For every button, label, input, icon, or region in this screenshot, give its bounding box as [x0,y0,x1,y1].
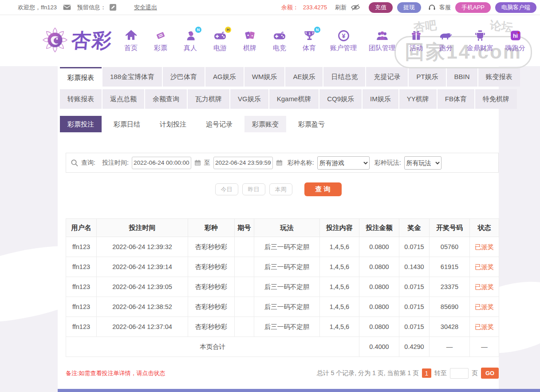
cell: 1,4,5,6 [320,317,359,337]
nav-item-跑分[interactable]: 跑分 [437,29,455,52]
nav-item-电竞[interactable]: 电竞 [271,29,288,52]
tab-PT娱乐[interactable]: PT娱乐 [409,67,445,87]
welcome-text: 欢迎您，ffn123 [18,4,57,12]
tab-CQ9娱乐[interactable]: CQ9娱乐 [319,89,362,109]
go-button[interactable]: GO [481,368,499,379]
recharge-button[interactable]: 充值 [369,2,393,13]
cell: 1,4,5,6 [320,297,359,317]
nav-item-电游[interactable]: H电游 [211,29,229,52]
cell: ffn123 [66,317,97,337]
tab-AG娱乐[interactable]: AG娱乐 [205,67,244,87]
status-cell[interactable]: 已派奖 [470,317,499,337]
status-cell[interactable]: 已派奖 [470,257,499,277]
tab-返点总额[interactable]: 返点总额 [102,89,144,109]
gift-icon [409,29,423,42]
envelope-icon[interactable] [63,4,71,10]
pagination: 总计 5 个记录, 分为 1 页, 当前第 1 页 1 转至 页 GO [317,368,499,379]
logout-link[interactable]: 安全退出 [134,4,157,12]
status-cell[interactable]: 已派奖 [470,277,499,297]
nav-item-体育[interactable]: 1N体育 [300,29,318,52]
tab-WM娱乐[interactable]: WM娱乐 [244,67,285,87]
cell: 0.1430 [399,257,430,277]
tab-Kgame棋牌[interactable]: Kgame棋牌 [269,89,319,109]
nav-item-真人[interactable]: N真人 [181,29,199,52]
svg-text:1: 1 [308,31,311,36]
subtab-彩票盈亏[interactable]: 彩票盈亏 [291,116,332,132]
summary-label: 本页合计 [66,337,359,357]
nav-item-彩票[interactable]: 彩票 [152,29,169,52]
eye-slash-icon[interactable] [351,4,360,11]
calendar-icon[interactable] [194,159,201,166]
nav-item-金鼎财富[interactable]: 金鼎财富 [467,29,493,52]
tab-转账报表[interactable]: 转账报表 [60,89,102,109]
goto-page-input[interactable] [450,368,469,379]
nav-item-团队管理[interactable]: 团队管理 [369,29,395,52]
search-button[interactable]: 查 询 [304,182,342,196]
badge-H: H [225,27,231,33]
this-week-button[interactable]: 本周 [269,183,292,195]
tab-VG娱乐[interactable]: VG娱乐 [230,89,268,109]
cell: 后三一码不定胆 [254,237,320,257]
nav-item-嗨跑分[interactable]: hi嗨跑分 [505,29,525,52]
cell: ffn123 [66,297,97,317]
mobile-app-button[interactable]: 手机APP [455,2,491,13]
pc-client-button[interactable]: 电脑客户端 [495,2,536,13]
time-from-input[interactable] [132,157,191,169]
tab-沙巴体育[interactable]: 沙巴体育 [163,67,205,87]
tab-瓦力棋牌[interactable]: 瓦力棋牌 [188,89,229,109]
cell: 85690 [430,297,470,317]
nav-label: 首页 [124,44,138,52]
tab-特免棋牌[interactable]: 特免棋牌 [475,89,517,109]
tab-BBIN[interactable]: BBIN [447,67,477,87]
subtab-彩票投注[interactable]: 彩票投注 [60,116,102,132]
tab-充提记录[interactable]: 充提记录 [366,67,408,87]
tab-FB体育[interactable]: FB体育 [438,89,474,109]
nav-item-活动[interactable]: 活动 [407,29,425,52]
subtab-彩票账变[interactable]: 彩票账变 [244,116,286,132]
withdraw-button[interactable]: 提现 [397,2,421,13]
refresh-link[interactable]: 刷新 [335,4,347,12]
lottery-subtabs: 彩票投注彩票日结计划投注追号记录彩票账变彩票盈亏 [58,116,499,132]
tab-彩票报表[interactable]: 彩票报表 [60,67,102,87]
nav-item-首页[interactable]: 首页 [122,29,140,52]
subtab-计划投注[interactable]: 计划投注 [152,116,194,132]
svg-text:hi: hi [512,33,517,39]
tab-余额查询[interactable]: 余额查询 [145,89,187,109]
badge-N: N [195,27,201,33]
subtab-彩票日结[interactable]: 彩票日结 [106,116,148,132]
quick-buttons-row: 今日 昨日 本周 查 询 [58,182,499,196]
today-button[interactable]: 今日 [215,183,238,195]
tab-账变报表[interactable]: 账变报表 [478,67,520,87]
service-link[interactable]: 客服 [439,4,451,12]
cell: 杏彩秒秒彩 [188,317,235,337]
column-header-投注金额: 投注金额 [359,219,399,237]
play-select[interactable]: 所有玩法 [404,156,441,170]
tab-日结总览[interactable]: 日结总览 [323,67,365,87]
yesterday-button[interactable]: 昨日 [242,183,265,195]
cell: 杏彩秒秒彩 [188,257,235,277]
time-to-input[interactable] [213,157,273,169]
tab-AE娱乐[interactable]: AE娱乐 [285,67,323,87]
nav-label: 真人 [184,44,197,52]
nav-item-账户管理[interactable]: ¥账户管理 [330,29,357,52]
column-header-投注时间: 投注时间 [97,219,188,237]
tab-YY棋牌[interactable]: YY棋牌 [399,89,437,109]
page: 欢迎您，ffn123 预留信息： 安全退出 余额： 233.4275 刷新 充值… [0,0,540,392]
edit-icon[interactable] [110,4,116,11]
column-header-状态: 状态 [470,219,499,237]
brand-logo[interactable]: 杏彩 [42,27,112,55]
status-cell[interactable]: 已派奖 [470,297,499,317]
game-select[interactable]: 所有游戏 [317,156,370,170]
cell [235,297,254,317]
subtab-追号记录[interactable]: 追号记录 [198,116,240,132]
calendar-icon[interactable] [276,159,283,166]
cell: ffn123 [66,237,97,257]
tab-IM娱乐[interactable]: IM娱乐 [363,89,398,109]
nav-label: 电竞 [273,44,286,52]
search-icon [71,159,78,166]
status-cell[interactable]: 已派奖 [470,237,499,257]
cell: 1,4,5,6 [320,237,359,257]
tab-188金宝博体育[interactable]: 188金宝博体育 [102,67,162,87]
current-page-box[interactable]: 1 [422,368,431,378]
nav-item-棋牌[interactable]: 棋牌 [241,29,259,52]
